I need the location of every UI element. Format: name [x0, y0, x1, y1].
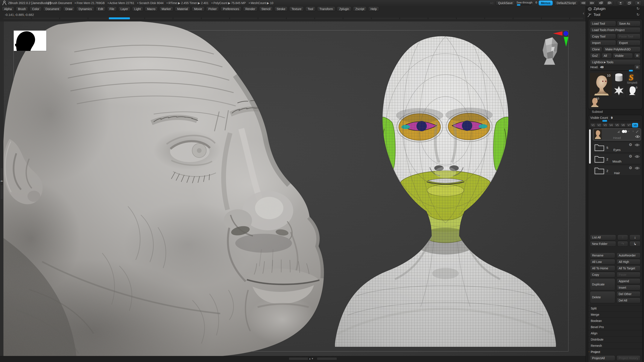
menu-file[interactable]: File	[107, 6, 117, 11]
prev-layout-icon[interactable]	[597, 0, 604, 5]
rename-button[interactable]: Rename	[590, 253, 615, 258]
head-white-thumbnail[interactable]: 0 Head	[626, 86, 638, 98]
insert-button[interactable]: Insert	[616, 285, 640, 290]
goz-visible-button[interactable]: Visible	[613, 53, 633, 58]
section-bevel-pro[interactable]: Bevel Pro	[588, 324, 642, 330]
visible-count-track[interactable]	[590, 121, 640, 122]
restore-icon[interactable]	[626, 0, 633, 5]
bottom-tray-bar[interactable]	[317, 358, 336, 360]
tab-v6[interactable]: V6	[620, 123, 626, 128]
bottom-tray[interactable]: ▲▼	[0, 356, 644, 362]
axis-gizmo[interactable]	[552, 30, 570, 47]
current-tool-thumbnail[interactable]: 10 Head	[590, 73, 612, 96]
recent-head-thumbnail[interactable]: 10 Head	[590, 97, 600, 107]
tab-v7[interactable]: V7	[626, 123, 632, 128]
duplicate-button[interactable]: Duplicate	[590, 278, 615, 290]
menu-stencil[interactable]: Stencil	[259, 6, 273, 11]
folder-eye-icon[interactable]	[635, 143, 640, 146]
menu-picker[interactable]: Picker	[206, 6, 219, 11]
tool-refresh-icon[interactable]: ↻	[636, 12, 640, 17]
bottom-tray-bar[interactable]	[289, 358, 308, 360]
minimize-icon[interactable]	[617, 0, 624, 5]
polymesh-star-thumbnail[interactable]: PolyMes	[613, 86, 625, 98]
menu-zplugin[interactable]: Zplugin	[337, 6, 352, 11]
menu-scrollbar-thumb[interactable]	[109, 17, 130, 19]
subtool-folder-hair[interactable]: 2 ⚙ Hair	[593, 165, 641, 176]
move-into-folder-button[interactable]: ↳	[630, 241, 640, 247]
see-through-handle[interactable]	[517, 4, 520, 5]
visible-count-slider[interactable]: Visible Count 9	[590, 116, 640, 122]
goz-r-button[interactable]: R	[634, 53, 640, 58]
project-all-button[interactable]: ProjectAll	[590, 355, 615, 361]
section-project[interactable]: ▪ Project	[588, 349, 642, 355]
folder-eye-icon[interactable]	[635, 167, 640, 170]
menu-scrollbar-track[interactable]	[4, 17, 583, 19]
tab-v5[interactable]: V5	[614, 123, 620, 128]
tab-v3[interactable]: V3	[602, 123, 608, 128]
sculpt-head-render[interactable]	[4, 21, 335, 356]
tab-v1[interactable]: V1	[590, 123, 596, 128]
menu-edit[interactable]: Edit	[96, 6, 106, 11]
tool-palette-header[interactable]: Tool ↻	[586, 12, 644, 18]
folder-gear-icon[interactable]: ⚙	[629, 142, 632, 147]
copy-button[interactable]: Copy	[590, 272, 615, 278]
folder-gear-icon[interactable]: ⚙	[629, 166, 632, 170]
project-history-button[interactable]: Project History	[616, 355, 640, 361]
menu-zscript[interactable]: Zscript	[353, 6, 367, 11]
active-tool-r-button[interactable]: R	[634, 64, 640, 70]
paste-tool-button[interactable]: Paste Tool	[617, 34, 640, 39]
clone-button[interactable]: Clone	[590, 46, 602, 52]
import-button[interactable]: Import	[590, 40, 616, 46]
menu-draw[interactable]: Draw	[63, 6, 75, 11]
move-down-button[interactable]: ↓	[630, 235, 640, 240]
menu-preferences[interactable]: Preferences	[220, 6, 241, 11]
folder-redo-button[interactable]: ↷	[618, 241, 628, 247]
active-tool-handle[interactable]	[629, 70, 633, 71]
all-to-home-button[interactable]: All To Home	[590, 266, 615, 271]
subtool-folder-eyes[interactable]: 5 ⚙ Eyes	[593, 142, 641, 152]
see-through-control[interactable]: See-through 0	[516, 0, 537, 5]
right-tray-icon[interactable]	[588, 0, 596, 5]
simplebrush-tool-thumbnail[interactable]: S SimpleB	[626, 73, 638, 85]
load-tool-button[interactable]: Load Tool	[590, 21, 616, 26]
list-all-button[interactable]: List All	[590, 235, 616, 240]
menu-movie[interactable]: Movie	[192, 6, 204, 11]
halftone-mode-icon[interactable]: ◐	[628, 129, 630, 133]
subtool-section-title[interactable]: Subtool	[592, 110, 603, 113]
save-as-button[interactable]: Save As	[617, 21, 640, 26]
left-tray-divider[interactable]: ◀▶	[0, 21, 4, 356]
contrast-mode-icon[interactable]: ◑	[632, 129, 634, 133]
zplugin-palette-header[interactable]: Zplugin ↻	[586, 6, 644, 12]
move-up-button[interactable]: ↑	[618, 235, 628, 240]
autoreorder-button[interactable]: AutoReorder	[616, 253, 640, 258]
all-to-target-button[interactable]: All To Target	[616, 266, 640, 271]
menu-layer[interactable]: Layer	[118, 6, 130, 11]
quicksave-button[interactable]: QuickSave	[496, 0, 515, 5]
active-tool-slider[interactable]: Head. 49	[590, 65, 633, 72]
alpha-thumbnail[interactable]	[14, 30, 46, 51]
menu-help[interactable]: Help	[368, 6, 379, 11]
menu-document[interactable]: Document	[43, 6, 62, 11]
menus-button[interactable]: Menus	[538, 0, 553, 5]
subtool-folder-mouth[interactable]: 2 ⚙ Mouth	[593, 153, 641, 164]
left-tray-bar[interactable]	[1, 185, 3, 199]
dock-collapse-icon[interactable]: ‹	[583, 11, 584, 16]
section-merge[interactable]: Merge	[588, 311, 642, 318]
default-zscript-button[interactable]: DefaultZScript	[554, 0, 578, 5]
menu-light[interactable]: Light	[132, 6, 143, 11]
new-folder-button[interactable]: New Folder	[590, 241, 616, 247]
delete-button[interactable]: Delete	[590, 291, 615, 303]
make-polymesh3d-button[interactable]: Make PolyMesh3D	[603, 46, 640, 52]
left-tray-icon[interactable]	[580, 0, 587, 5]
tab-v8[interactable]: V8	[632, 123, 638, 128]
goz-button[interactable]: GoZ	[590, 53, 601, 58]
menu-marker[interactable]: Marker	[159, 6, 174, 11]
cylinder-tool-thumbnail[interactable]: Cylinder	[613, 73, 625, 85]
all-low-button[interactable]: All Low	[590, 259, 615, 265]
append-button[interactable]: Append	[616, 278, 640, 284]
load-tools-from-project-button[interactable]: Load Tools From Project	[590, 27, 640, 33]
all-high-button[interactable]: All High	[616, 259, 640, 265]
menu-transform[interactable]: Transform	[317, 6, 335, 11]
active-tool-track[interactable]	[590, 70, 632, 71]
menu-dynamics[interactable]: Dynamics	[76, 6, 94, 11]
